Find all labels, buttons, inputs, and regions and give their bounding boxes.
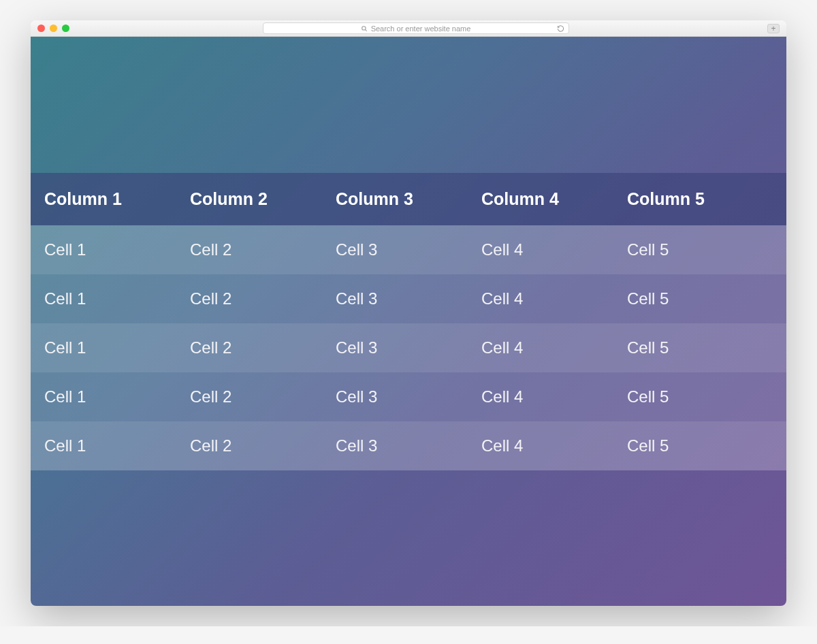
table-cell: Cell 3 (336, 289, 481, 308)
page-viewport: Column 1 Column 2 Column 3 Column 4 Colu… (31, 37, 786, 606)
table-cell: Cell 2 (190, 436, 336, 455)
table-cell: Cell 2 (190, 338, 336, 357)
plus-icon: + (771, 25, 775, 33)
table-cell: Cell 3 (336, 436, 481, 455)
table-cell: Cell 4 (481, 387, 627, 406)
table-cell: Cell 1 (44, 436, 190, 455)
table-cell: Cell 2 (190, 387, 336, 406)
table-cell: Cell 1 (44, 289, 190, 308)
address-bar-container: Search or enter website name (69, 22, 762, 34)
table-cell: Cell 1 (44, 240, 190, 259)
data-table: Column 1 Column 2 Column 3 Column 4 Colu… (31, 173, 786, 470)
table-cell: Cell 4 (481, 289, 627, 308)
table-cell: Cell 2 (190, 289, 336, 308)
table-cell: Cell 2 (190, 240, 336, 259)
table-row: Cell 1 Cell 2 Cell 3 Cell 4 Cell 5 (31, 225, 786, 274)
minimize-window-button[interactable] (50, 25, 57, 32)
new-tab-button[interactable]: + (767, 24, 780, 33)
table-cell: Cell 1 (44, 338, 190, 357)
table-row: Cell 1 Cell 2 Cell 3 Cell 4 Cell 5 (31, 421, 786, 470)
table-row: Cell 1 Cell 2 Cell 3 Cell 4 Cell 5 (31, 274, 786, 323)
table-cell: Cell 3 (336, 240, 481, 259)
column-header: Column 3 (336, 189, 481, 209)
table-cell: Cell 4 (481, 436, 627, 455)
browser-window: Search or enter website name + Column 1 … (31, 20, 786, 606)
browser-chrome: Search or enter website name + (31, 20, 786, 37)
column-header: Column 4 (481, 189, 627, 209)
table-cell: Cell 4 (481, 240, 627, 259)
table-cell: Cell 1 (44, 387, 190, 406)
table-cell: Cell 5 (627, 289, 773, 308)
table-cell: Cell 5 (627, 338, 773, 357)
search-icon (361, 25, 368, 32)
table-header-row: Column 1 Column 2 Column 3 Column 4 Colu… (31, 173, 786, 225)
column-header: Column 5 (627, 189, 773, 209)
address-bar[interactable]: Search or enter website name (263, 22, 569, 34)
table-cell: Cell 5 (627, 240, 773, 259)
svg-line-1 (365, 29, 366, 31)
table-body: Cell 1 Cell 2 Cell 3 Cell 4 Cell 5 Cell … (31, 225, 786, 470)
svg-point-0 (362, 26, 365, 29)
table-cell: Cell 4 (481, 338, 627, 357)
maximize-window-button[interactable] (62, 25, 69, 32)
column-header: Column 2 (190, 189, 336, 209)
table-cell: Cell 5 (627, 436, 773, 455)
column-header: Column 1 (44, 189, 190, 209)
table-row: Cell 1 Cell 2 Cell 3 Cell 4 Cell 5 (31, 323, 786, 372)
table-cell: Cell 3 (336, 387, 481, 406)
window-controls (37, 25, 69, 32)
table-cell: Cell 5 (627, 387, 773, 406)
close-window-button[interactable] (37, 25, 45, 32)
address-placeholder: Search or enter website name (371, 25, 471, 33)
table-cell: Cell 3 (336, 338, 481, 357)
table-row: Cell 1 Cell 2 Cell 3 Cell 4 Cell 5 (31, 372, 786, 421)
reload-icon[interactable] (557, 25, 564, 32)
